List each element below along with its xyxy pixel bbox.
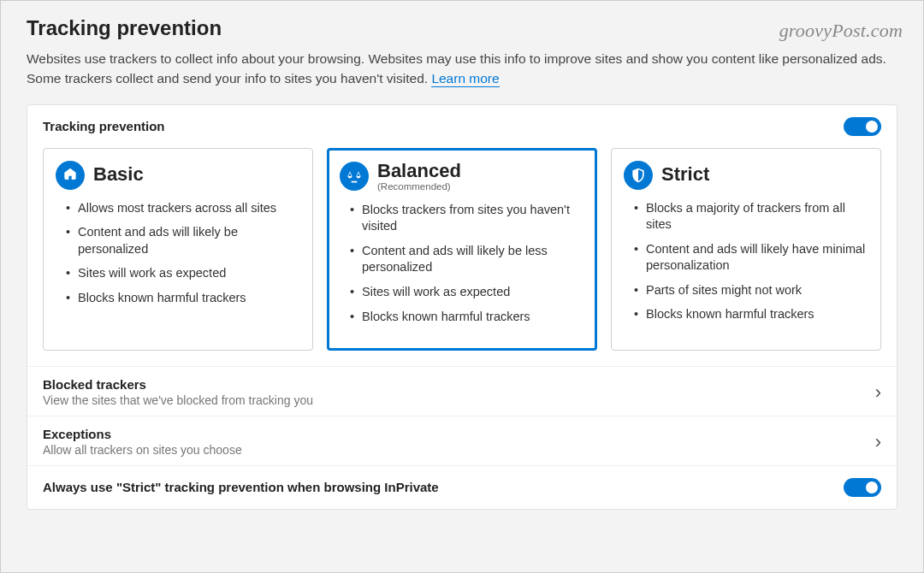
strict-icon bbox=[624, 161, 653, 190]
card-strict[interactable]: Strict Blocks a majority of trackers fro… bbox=[611, 148, 881, 351]
learn-more-link[interactable]: Learn more bbox=[431, 71, 499, 87]
panel-header-title: Tracking prevention bbox=[43, 119, 165, 133]
list-item: Sites will work as expected bbox=[350, 284, 584, 301]
card-balanced-header: Balanced (Recommended) bbox=[340, 161, 584, 192]
watermark-text: groovyPost.com bbox=[779, 20, 903, 42]
card-balanced-list: Blocks trackers from sites you haven't v… bbox=[340, 202, 584, 325]
list-item: Content and ads will likely have minimal… bbox=[634, 241, 868, 275]
list-item: Blocks known harmful trackers bbox=[66, 290, 300, 307]
list-item: Blocks known harmful trackers bbox=[634, 306, 868, 323]
tracking-level-cards: Basic Allows most trackers across all si… bbox=[27, 143, 897, 367]
card-strict-title: Strict bbox=[661, 164, 709, 185]
inprivate-strict-row: Always use "Strict" tracking prevention … bbox=[27, 465, 897, 509]
list-item: Parts of sites might not work bbox=[634, 282, 868, 299]
settings-page: Tracking prevention Websites use tracker… bbox=[1, 1, 923, 510]
chevron-right-icon: › bbox=[875, 381, 881, 404]
tracking-prevention-panel: Tracking prevention Basic Allows most tr… bbox=[27, 104, 897, 511]
exceptions-title: Exceptions bbox=[43, 427, 242, 441]
blocked-trackers-title: Blocked trackers bbox=[43, 377, 313, 392]
list-item: Blocks trackers from sites you haven't v… bbox=[350, 202, 584, 235]
list-item: Blocks known harmful trackers bbox=[350, 309, 584, 326]
card-balanced-title: Balanced bbox=[377, 161, 461, 181]
tracking-prevention-toggle[interactable] bbox=[844, 117, 881, 136]
card-basic[interactable]: Basic Allows most trackers across all si… bbox=[43, 148, 313, 351]
card-balanced-subtitle: (Recommended) bbox=[377, 181, 461, 192]
balanced-icon bbox=[340, 162, 369, 191]
list-item: Sites will work as expected bbox=[66, 265, 300, 282]
list-item: Content and ads will likely be personali… bbox=[66, 224, 300, 257]
card-balanced[interactable]: Balanced (Recommended) Blocks trackers f… bbox=[327, 148, 597, 351]
inprivate-strict-title: Always use "Strict" tracking prevention … bbox=[43, 480, 439, 494]
card-strict-header: Strict bbox=[624, 161, 868, 190]
blocked-trackers-row[interactable]: Blocked trackers View the sites that we'… bbox=[27, 366, 897, 416]
page-title: Tracking prevention bbox=[27, 16, 897, 40]
card-strict-list: Blocks a majority of trackers from all s… bbox=[624, 200, 868, 323]
exceptions-desc: Allow all trackers on sites you choose bbox=[43, 443, 242, 457]
list-item: Blocks a majority of trackers from all s… bbox=[634, 200, 868, 233]
card-basic-title: Basic bbox=[93, 164, 144, 185]
inprivate-strict-toggle[interactable] bbox=[844, 478, 881, 497]
blocked-trackers-desc: View the sites that we've blocked from t… bbox=[43, 393, 313, 407]
page-description: Websites use trackers to collect info ab… bbox=[27, 49, 897, 89]
list-item: Content and ads will likely be less pers… bbox=[350, 243, 584, 276]
basic-icon bbox=[56, 161, 85, 190]
list-item: Allows most trackers across all sites bbox=[66, 200, 300, 217]
panel-header: Tracking prevention bbox=[27, 105, 897, 143]
exceptions-row[interactable]: Exceptions Allow all trackers on sites y… bbox=[27, 416, 897, 465]
chevron-right-icon: › bbox=[875, 431, 881, 453]
card-basic-list: Allows most trackers across all sites Co… bbox=[56, 200, 300, 307]
card-basic-header: Basic bbox=[56, 161, 300, 190]
